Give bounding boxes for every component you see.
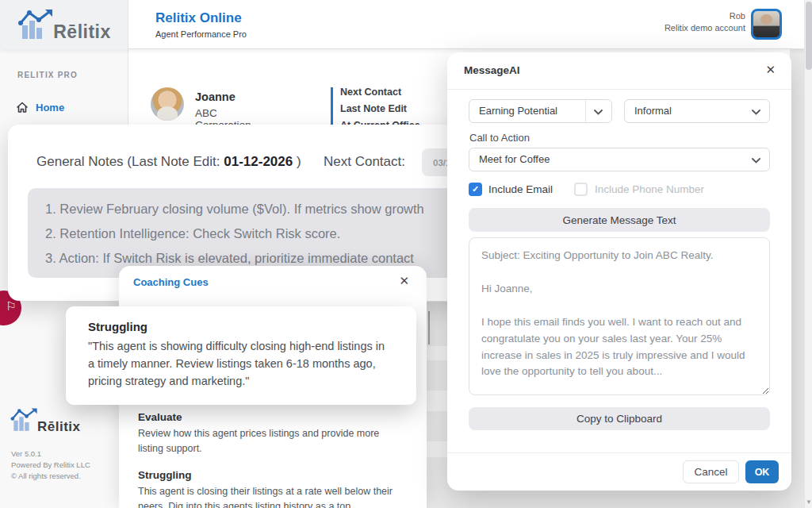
next-contact-label: Next Contact: [324,154,405,170]
stat-label: Last Note Edit [340,101,420,117]
call-to-action-label: Call to Action [469,132,530,144]
scroll-down-arrow-icon[interactable]: ▼ [805,498,812,506]
include-phone-checkbox[interactable] [574,183,588,196]
coaching-cues-title: Coaching Cues [133,276,209,288]
close-icon[interactable]: ✕ [765,63,776,77]
cancel-button[interactable]: Cancel [683,460,739,483]
user-account: Relitix demo account [665,23,745,33]
cue-body: Review how this agent prices listings an… [138,426,406,457]
cue-heading: Struggling [138,469,406,481]
user-avatar[interactable] [751,9,782,40]
message-ai-dialog: MessageAI ✕ Earning Potential Informal C… [447,52,791,491]
message-text-area[interactable]: Subject: Exciting Opportunity to Join AB… [469,237,770,395]
sidebar-item-home[interactable]: Home [16,102,64,114]
scrollbar-thumb[interactable] [806,2,812,70]
stat-label: Next Contact [340,84,420,101]
logo-wordmark: Rēlitix [53,21,111,43]
general-notes-title: General Notes (Last Note Edit: 01-12-202… [36,154,301,170]
home-icon [16,102,29,114]
call-to-action-select[interactable]: Meet for Coffee [469,148,770,171]
sidebar-section-label: RELITIX PRO [17,71,78,79]
app-header: Rēlitix Relitix Online Agent Performance… [0,0,812,49]
divider [447,89,791,90]
last-note-edit-date: 01-12-2026 [224,154,293,169]
app-subtitle: Agent Performance Pro [155,29,247,39]
app-version: Ver 5.0.1 [11,448,90,460]
tooltip-heading: Struggling [88,320,394,333]
coaching-cue-section: Evaluate Review how this agent prices li… [138,411,406,457]
header-logo-block: Rēlitix [0,0,128,49]
struggling-tooltip: Struggling "This agent is showing diffic… [66,306,416,405]
copy-to-clipboard-button[interactable]: Copy to Clipboard [469,407,770,430]
coaching-cues-body: Evaluate Review how this agent prices li… [138,411,406,508]
sidebar-footer-logo: Rēlitix [10,405,81,435]
chevron-down-icon [594,110,603,115]
app-title: Relitix Online [155,10,247,26]
close-icon[interactable]: ✕ [399,274,409,288]
chevron-down-icon [752,158,760,164]
chevron-down-icon [752,110,760,115]
ok-button[interactable]: OK [745,460,779,483]
copyright: © All rights reserved. [11,471,90,482]
divider [447,452,791,453]
sidebar-item-label: Home [36,102,64,114]
check-icon: ✓ [472,184,479,194]
include-phone-label: Include Phone Number [595,183,704,195]
cue-heading: Evaluate [138,411,406,423]
tooltip-body: "This agent is showing difficulty closin… [88,337,394,390]
relitix-footer-logo-icon: Rēlitix [10,405,81,435]
agent-avatar [151,87,184,121]
coaching-cue-section: Struggling This agent is closing their l… [138,469,406,508]
generate-message-button[interactable]: Generate Message Text [469,208,770,232]
relitix-logo-icon: Rēlitix [17,6,111,43]
include-options-row: ✓ Include Email Include Phone Number [447,183,791,197]
cue-body: This agent is closing their listings at … [138,484,406,508]
agent-name: Joanne [195,90,236,103]
include-email-checkbox[interactable]: ✓ [469,183,482,196]
stats-divider [331,87,333,129]
page-scrollbar[interactable]: ▼ [804,0,812,508]
powered-by: Powered By Relitix LLC [11,460,90,471]
topic-select[interactable]: Earning Potential [469,99,612,123]
include-email-label: Include Email [488,183,553,195]
user-name: Rob [665,11,745,21]
tone-select[interactable]: Informal [624,99,770,123]
background-mini-scrollbar [428,311,430,344]
footer-logo-wordmark: Rēlitix [37,419,81,435]
message-ai-title: MessageAI [464,64,520,76]
flag-icon: ⚐ [6,299,16,313]
